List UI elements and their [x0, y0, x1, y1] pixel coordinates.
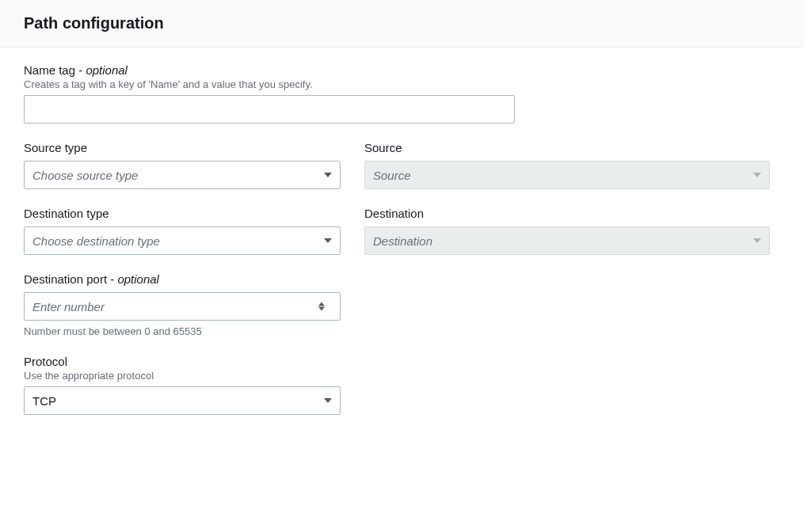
chevron-down-icon [324, 398, 332, 403]
destination-type-select[interactable]: Choose destination type [24, 226, 341, 255]
protocol-hint: Use the appropriate protocol [24, 370, 780, 382]
source-field: Source Source [364, 141, 770, 189]
source-placeholder: Source [373, 169, 411, 182]
chevron-down-icon [324, 238, 332, 243]
source-type-select[interactable]: Choose source type [24, 161, 341, 189]
destination-field: Destination Destination [364, 207, 770, 255]
destination-row: Destination type Choose destination type… [24, 207, 780, 255]
panel-header: Path configuration [0, 0, 804, 48]
protocol-field: Protocol Use the appropriate protocol TC… [24, 355, 780, 415]
destination-label: Destination [364, 207, 770, 220]
destination-select: Destination [364, 226, 770, 255]
name-tag-hint: Creates a tag with a key of 'Name' and a… [24, 78, 780, 90]
destination-placeholder: Destination [373, 234, 432, 248]
destination-port-hint: Number must be between 0 and 65535 [24, 325, 780, 337]
chevron-down-icon [753, 238, 761, 243]
number-stepper[interactable] [318, 302, 325, 311]
name-tag-label: Name tag - optional [24, 63, 780, 77]
source-type-label: Source type [24, 141, 341, 154]
name-tag-field: Name tag - optional Creates a tag with a… [24, 63, 780, 124]
source-type-field: Source type Choose source type [24, 141, 341, 189]
protocol-value: TCP [32, 394, 56, 408]
stepper-down-icon [318, 307, 325, 311]
source-label: Source [364, 141, 770, 154]
source-row: Source type Choose source type Source So… [24, 141, 780, 189]
panel-body: Name tag - optional Creates a tag with a… [0, 48, 804, 448]
destination-port-input-wrap [24, 292, 341, 321]
source-type-placeholder: Choose source type [32, 169, 138, 182]
destination-port-field: Destination port - optional Number must … [24, 272, 780, 337]
chevron-down-icon [324, 173, 332, 177]
destination-type-field: Destination type Choose destination type [24, 207, 341, 255]
stepper-up-icon [318, 302, 325, 306]
protocol-select[interactable]: TCP [24, 386, 341, 415]
protocol-label: Protocol [24, 355, 780, 368]
name-tag-input[interactable] [24, 95, 515, 124]
source-select: Source [364, 161, 770, 189]
chevron-down-icon [753, 173, 761, 177]
path-configuration-panel: Path configuration Name tag - optional C… [0, 0, 804, 448]
panel-title: Path configuration [24, 14, 780, 32]
destination-type-label: Destination type [24, 207, 341, 220]
destination-type-placeholder: Choose destination type [32, 234, 160, 248]
destination-port-input[interactable] [24, 292, 341, 321]
destination-port-label: Destination port - optional [24, 272, 780, 286]
